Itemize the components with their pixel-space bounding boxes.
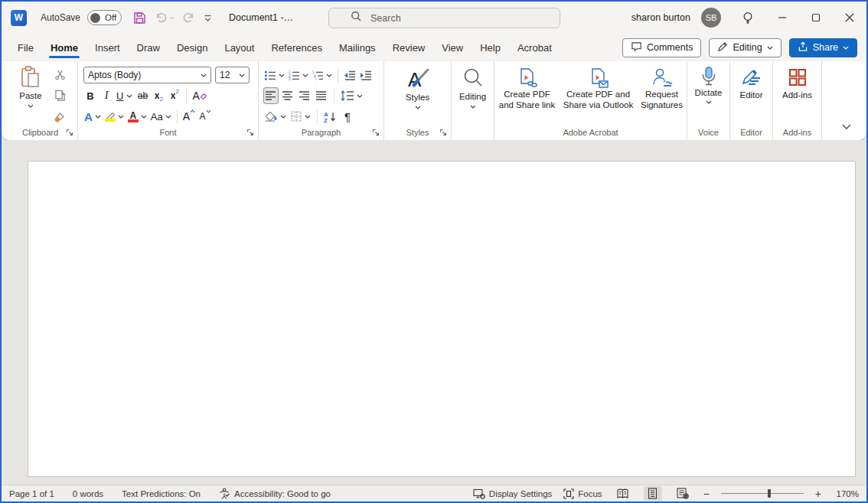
paste-button[interactable]: Paste xyxy=(14,66,47,108)
font-name-combo[interactable]: Aptos (Body) xyxy=(83,67,211,83)
increase-indent-button[interactable] xyxy=(358,67,374,83)
editor-button[interactable]: Editor xyxy=(730,68,772,100)
tab-draw[interactable]: Draw xyxy=(129,34,168,61)
tab-acrobat[interactable]: Acrobat xyxy=(509,34,560,61)
tab-layout[interactable]: Layout xyxy=(216,34,263,61)
addins-button[interactable]: Add-ins xyxy=(773,68,821,100)
display-settings-button[interactable]: Display Settings xyxy=(473,488,552,499)
bullets-button[interactable] xyxy=(263,67,286,83)
autosave-toggle[interactable]: Off xyxy=(87,10,122,25)
create-pdf-share-link-button[interactable]: Create PDF and Share link xyxy=(495,67,560,110)
align-left-button[interactable] xyxy=(263,87,279,104)
editing-group-button[interactable]: Editing xyxy=(452,67,494,109)
change-case-button[interactable]: Aa xyxy=(149,108,173,125)
shading-button[interactable] xyxy=(263,108,288,125)
font-size-value: 12 xyxy=(220,70,230,80)
close-button[interactable] xyxy=(833,2,866,34)
minimize-button[interactable] xyxy=(765,2,799,34)
align-right-button[interactable] xyxy=(297,87,312,104)
copy-button[interactable] xyxy=(52,87,67,104)
zoom-slider-thumb[interactable] xyxy=(768,489,771,498)
avatar[interactable]: SB xyxy=(701,8,721,28)
superscript-button[interactable]: x 2 xyxy=(167,87,182,104)
group-paragraph: 123 1ai xyxy=(259,61,384,140)
clipboard-dialog-launcher-icon[interactable] xyxy=(66,129,73,136)
tab-file[interactable]: File xyxy=(9,34,42,61)
print-layout-button[interactable] xyxy=(644,486,662,501)
tab-design[interactable]: Design xyxy=(168,34,216,61)
user-name[interactable]: sharon burton xyxy=(631,12,690,23)
dictate-button[interactable]: Dictate xyxy=(687,67,729,104)
paragraph-dialog-launcher-icon[interactable] xyxy=(372,129,380,136)
subscript-button[interactable]: x 2 xyxy=(151,87,166,104)
zoom-level[interactable]: 170% xyxy=(833,489,859,498)
group-font: Aptos (Body) 12 B I U ab x 2 xyxy=(78,61,259,140)
undo-icon[interactable] xyxy=(155,11,175,24)
acrobat-btn1-line2: and Share link xyxy=(499,100,556,109)
group-editor: Editor Editor xyxy=(730,61,773,140)
tell-me-lightbulb-icon[interactable] xyxy=(736,2,759,34)
justify-button[interactable] xyxy=(314,87,329,104)
collapse-ribbon-icon[interactable] xyxy=(842,119,851,132)
tab-insert[interactable]: Insert xyxy=(86,34,129,61)
create-pdf-share-outlook-button[interactable]: Create PDF and Share via Outlook xyxy=(563,67,635,110)
read-mode-button[interactable] xyxy=(614,486,632,501)
subscript-2: 2 xyxy=(160,96,163,103)
sort-button[interactable]: A Z xyxy=(322,108,338,125)
styles-dialog-launcher-icon[interactable] xyxy=(439,129,447,136)
bold-button[interactable]: B xyxy=(83,87,98,104)
save-icon[interactable] xyxy=(133,11,146,24)
paste-clipboard-icon xyxy=(21,66,41,89)
focus-icon xyxy=(563,488,574,499)
print-layout-icon xyxy=(648,488,658,499)
search-box[interactable] xyxy=(328,8,560,28)
highlight-color-button[interactable] xyxy=(103,108,126,125)
tab-mailings[interactable]: Mailings xyxy=(331,34,384,61)
maximize-button[interactable] xyxy=(799,2,833,34)
numbering-button[interactable]: 123 xyxy=(287,67,310,83)
document-page[interactable] xyxy=(28,161,856,477)
multilevel-list-button[interactable]: 1ai xyxy=(311,67,334,83)
italic-button[interactable]: I xyxy=(99,87,114,104)
page-indicator[interactable]: Page 1 of 1 xyxy=(9,489,54,498)
zoom-in-button[interactable]: + xyxy=(815,488,821,499)
styles-button[interactable]: A Styles xyxy=(384,67,451,109)
redo-icon[interactable] xyxy=(183,11,195,24)
underline-button[interactable]: U xyxy=(115,87,134,104)
grow-font-button[interactable]: A xyxy=(181,108,197,125)
tab-home[interactable]: Home xyxy=(42,34,86,61)
document-title[interactable]: Document1 -… xyxy=(229,12,293,23)
align-center-icon xyxy=(282,91,293,100)
web-layout-button[interactable] xyxy=(674,486,692,501)
tab-help[interactable]: Help xyxy=(472,34,509,61)
customize-quick-access-icon[interactable] xyxy=(204,15,212,21)
share-button[interactable]: Share xyxy=(789,38,857,57)
tab-review[interactable]: Review xyxy=(384,34,434,61)
zoom-slider[interactable] xyxy=(721,493,804,494)
font-color-button[interactable]: A xyxy=(126,108,148,125)
borders-button[interactable] xyxy=(289,108,312,125)
line-spacing-button[interactable] xyxy=(339,87,364,104)
zoom-out-button[interactable]: − xyxy=(703,488,710,499)
tab-view[interactable]: View xyxy=(433,34,472,61)
cut-button[interactable] xyxy=(52,66,67,83)
font-dialog-launcher-icon[interactable] xyxy=(246,129,254,136)
decrease-indent-button[interactable] xyxy=(342,67,357,83)
comments-button[interactable]: Comments xyxy=(622,38,701,57)
show-formatting-button[interactable]: ¶ xyxy=(340,108,355,125)
clear-formatting-button[interactable]: A xyxy=(191,87,208,104)
align-center-button[interactable] xyxy=(280,87,295,104)
focus-button[interactable]: Focus xyxy=(563,488,602,499)
word-count[interactable]: 0 words xyxy=(73,489,103,498)
text-effects-button[interactable]: A xyxy=(83,108,103,125)
text-predictions-status[interactable]: Text Predictions: On xyxy=(122,489,201,498)
search-input[interactable] xyxy=(370,13,524,24)
shrink-font-button[interactable]: A xyxy=(197,108,213,125)
strikethrough-button[interactable]: ab xyxy=(135,87,150,104)
format-painter-button[interactable] xyxy=(52,109,67,126)
accessibility-status[interactable]: Accessibility: Good to go xyxy=(219,488,331,499)
editing-mode-button[interactable]: Editing xyxy=(709,38,781,57)
tab-references[interactable]: References xyxy=(263,34,330,61)
font-size-combo[interactable]: 12 xyxy=(215,67,250,83)
request-signatures-button[interactable]: Request Signatures xyxy=(638,67,687,110)
